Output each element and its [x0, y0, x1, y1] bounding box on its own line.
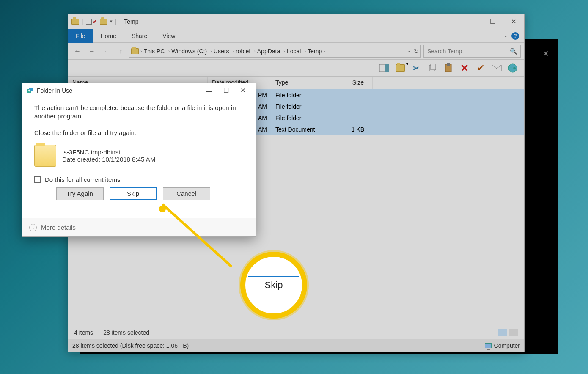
minimize-button[interactable]: — [461, 14, 482, 29]
help-icon[interactable]: ? [511, 32, 519, 40]
svg-rect-5 [447, 63, 450, 66]
svg-rect-3 [431, 64, 436, 70]
search-input[interactable]: Search Temp 🔍 [423, 45, 521, 58]
search-placeholder: Search Temp [427, 48, 462, 55]
footer-bar: 28 items selected (Disk free space: 1.06… [68, 339, 524, 352]
refresh-icon[interactable]: ↻ [414, 48, 419, 55]
footer-selection: 28 items selected (Disk free space: 1.06… [72, 342, 189, 349]
annotation-magnifier: Skip [240, 252, 307, 319]
status-items: 4 items [74, 329, 93, 336]
ribbon: File Home Share View ⌄ ? [68, 29, 524, 43]
navigation-bar: ← → ⌄ ↑ ›This PC ›Windows (C:) ›Users ›r… [68, 43, 524, 60]
forward-button[interactable]: → [86, 45, 98, 57]
column-size[interactable]: Size [330, 77, 373, 89]
dialog-message: The action can't be completed because th… [34, 104, 244, 121]
cancel-button[interactable]: Cancel [163, 187, 210, 200]
dialog-footer[interactable]: ⌄ More details [22, 218, 256, 236]
back-button[interactable]: ← [71, 45, 83, 57]
tab-file[interactable]: File [68, 29, 93, 43]
properties-icon[interactable]: ✔ [86, 18, 97, 25]
crumb[interactable]: This PC [144, 48, 165, 55]
file-name: is-3F5NC.tmp-dbinst [62, 148, 155, 156]
globe-icon[interactable] [507, 63, 518, 74]
search-icon[interactable]: 🔍 [510, 48, 517, 55]
bg-window-close-icon[interactable]: ✕ [543, 49, 549, 58]
footer-computer: Computer [494, 342, 520, 349]
folder-in-use-dialog: Folder In Use — ☐ ✕ The action can't be … [22, 83, 256, 237]
ribbon-collapse-icon[interactable]: ⌄ [504, 33, 507, 38]
folder-icon [131, 48, 139, 54]
close-button[interactable]: ✕ [503, 14, 524, 29]
crumb[interactable]: roblef [236, 48, 250, 55]
column-type[interactable]: Type [271, 77, 330, 89]
crumb[interactable]: AppData [257, 48, 280, 55]
crumb[interactable]: Users [214, 48, 229, 55]
divider: | [82, 18, 83, 25]
cut-icon[interactable]: ✂ [411, 63, 422, 74]
checkbox-label: Do this for all current items [45, 176, 120, 183]
email-icon[interactable] [491, 63, 502, 74]
tab-share[interactable]: Share [124, 29, 155, 43]
dialog-minimize-button[interactable]: — [201, 83, 217, 98]
crumb[interactable]: Windows (C:) [171, 48, 207, 55]
recent-dropdown-icon[interactable]: ⌄ [100, 45, 112, 57]
window-title: Temp [120, 18, 138, 25]
annotation-label: Skip [248, 276, 299, 294]
paste-icon[interactable] [443, 63, 454, 74]
titlebar: | ✔ ▾ | Temp — ☐ ✕ [68, 14, 524, 29]
dialog-maximize-button[interactable]: ☐ [217, 83, 234, 98]
try-again-button[interactable]: Try Again [56, 187, 104, 200]
do-for-all-checkbox[interactable]: Do this for all current items [34, 176, 244, 183]
computer-icon [485, 343, 492, 348]
svg-rect-1 [385, 64, 389, 72]
details-view-button[interactable] [498, 329, 507, 336]
new-folder-icon[interactable]: ▾ [395, 63, 406, 74]
file-info: is-3F5NC.tmp-dbinst Date created: 10/1/2… [34, 145, 244, 167]
folder-icon [100, 19, 107, 25]
skip-button[interactable]: Skip [110, 187, 157, 200]
file-created: Date created: 10/1/2018 8:45 AM [62, 156, 155, 163]
crumb[interactable]: Local [287, 48, 301, 55]
maximize-button[interactable]: ☐ [482, 14, 503, 29]
chevron-down-icon[interactable]: ⌄ [29, 224, 37, 231]
tab-home[interactable]: Home [93, 29, 124, 43]
dialog-close-button[interactable]: ✕ [234, 83, 251, 98]
copy-icon[interactable] [427, 63, 438, 74]
address-bar[interactable]: ›This PC ›Windows (C:) ›Users ›roblef ›A… [129, 45, 421, 58]
status-bar: 4 items 28 items selected [68, 326, 524, 339]
qat-dropdown-icon[interactable]: ▾ [110, 19, 113, 24]
up-button[interactable]: ↑ [115, 45, 126, 57]
rename-icon[interactable]: ✔ [475, 63, 486, 74]
dialog-titlebar: Folder In Use — ☐ ✕ [22, 83, 256, 98]
annotation-dot [159, 206, 166, 212]
address-dropdown-icon[interactable]: ⌄ [407, 48, 411, 55]
dialog-instruction: Close the folder or file and try again. [34, 129, 244, 137]
more-details-label: More details [41, 224, 76, 231]
thumbnails-view-button[interactable] [509, 329, 518, 336]
checkbox-box[interactable] [34, 176, 41, 183]
dialog-icon [27, 88, 33, 94]
preview-pane-icon[interactable] [379, 63, 390, 74]
folder-icon [34, 145, 56, 167]
dialog-title: Folder In Use [37, 87, 72, 94]
tab-view[interactable]: View [155, 29, 183, 43]
crumb[interactable]: Temp [308, 48, 322, 55]
delete-icon[interactable]: ✕ [459, 63, 470, 74]
toolbar: ▾ ✂ ✕ ✔ [68, 60, 524, 77]
status-selected: 28 items selected [103, 329, 149, 336]
folder-icon [71, 19, 79, 25]
